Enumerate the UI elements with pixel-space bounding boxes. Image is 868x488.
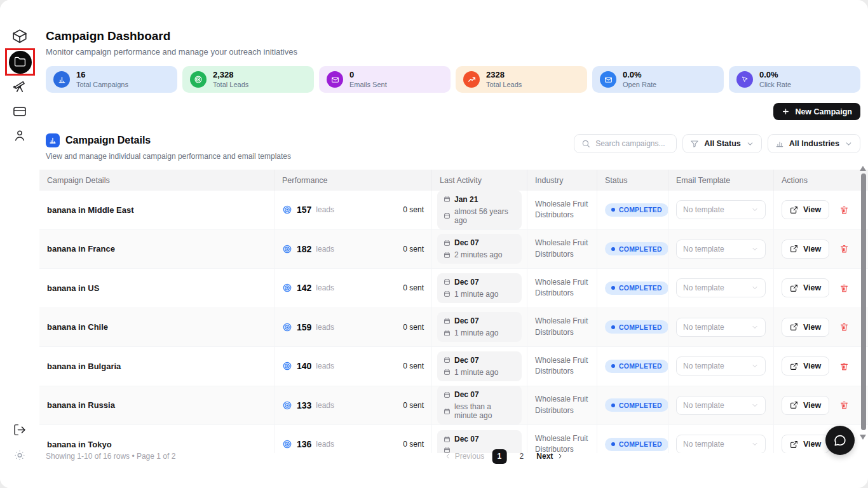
sidebar-item-profile[interactable]: [13, 128, 27, 142]
view-campaign-button[interactable]: View: [782, 278, 829, 297]
view-campaign-button[interactable]: View: [782, 240, 829, 259]
delete-campaign-button[interactable]: [839, 244, 849, 254]
section-title: Campaign Details: [65, 135, 151, 146]
leads-count: 182: [297, 244, 311, 254]
status-badge: COMPLETED: [605, 242, 668, 255]
stat-value: 0.0%: [759, 71, 791, 80]
table-row: banana in Russia 133 leads 0 sent Dec 07…: [39, 386, 868, 426]
industry-cell: Wholesale Fruit Distributors: [527, 347, 597, 386]
performance-cell: 133 leads 0 sent: [275, 386, 432, 425]
previous-page-button[interactable]: Previous: [444, 452, 485, 461]
external-link-icon: [790, 284, 798, 292]
email-template-select[interactable]: No template: [676, 396, 766, 415]
activity-date: Dec 07: [454, 316, 479, 325]
email-template-select[interactable]: No template: [676, 240, 766, 259]
scrollbar-down-arrow-icon[interactable]: [860, 435, 866, 440]
calendar-icon: [444, 318, 451, 325]
trash-icon: [839, 205, 849, 215]
calendar-icon: [444, 330, 451, 337]
status-dot-icon: [611, 247, 615, 251]
status-text: COMPLETED: [619, 206, 662, 214]
sent-count: 0 sent: [403, 283, 424, 292]
rows-summary: Showing 1-10 of 16 rows • Page 1 of 2: [46, 452, 175, 461]
scrollbar-up-arrow-icon[interactable]: [860, 166, 866, 171]
cube-logo-icon: [11, 28, 28, 44]
trending-up-icon: [463, 71, 480, 88]
view-campaign-button[interactable]: View: [782, 200, 829, 219]
status-text: COMPLETED: [619, 284, 662, 292]
page-2-button[interactable]: 2: [514, 449, 529, 464]
status-text: COMPLETED: [619, 245, 662, 253]
stat-card-total-leads: 2,328Total Leads: [182, 66, 314, 93]
activity-relative-time: 1 minute ago: [454, 290, 498, 299]
sent-count: 0 sent: [403, 245, 424, 254]
email-template-select[interactable]: No template: [676, 356, 766, 376]
stat-value: 0: [349, 71, 387, 80]
chevron-left-icon: [444, 452, 452, 460]
delete-campaign-button[interactable]: [839, 322, 849, 332]
status-text: COMPLETED: [619, 362, 662, 370]
status-dot-icon: [611, 403, 615, 407]
stat-card-emails-sent: 0Emails Sent: [319, 66, 451, 93]
table-header-row: Campaign Details Performance Last Activi…: [39, 170, 868, 191]
leads-label: leads: [316, 283, 334, 292]
target-icon: [282, 322, 292, 332]
delete-campaign-button[interactable]: [839, 400, 849, 410]
bar-chart-icon: [46, 133, 60, 147]
view-label: View: [803, 283, 821, 292]
actions-cell: View: [774, 347, 868, 386]
sent-count: 0 sent: [403, 205, 424, 214]
pagination: Previous 1 2 Next: [444, 449, 564, 464]
new-campaign-button[interactable]: New Campaign: [773, 103, 860, 120]
actions-cell: View: [774, 230, 868, 269]
email-template-select[interactable]: No template: [676, 318, 766, 337]
logout-button[interactable]: [13, 423, 27, 437]
main-content: Campaign Dashboard Monitor campaign perf…: [39, 0, 868, 488]
scrollbar-thumb[interactable]: [861, 173, 866, 430]
status-filter-dropdown[interactable]: All Status: [682, 134, 762, 153]
leads-label: leads: [316, 362, 334, 370]
actions-cell: View: [774, 308, 868, 347]
sidebar-item-campaigns-folder[interactable]: [9, 51, 32, 74]
filters: All Status All Industries: [574, 134, 860, 153]
theme-toggle-button[interactable]: [13, 449, 27, 462]
performance-cell: 140 leads 0 sent: [275, 347, 432, 386]
chat-widget-button[interactable]: [825, 426, 855, 455]
stat-label: Total Leads: [486, 81, 522, 89]
industry-label: Wholesale Fruit Distributors: [535, 277, 589, 299]
view-campaign-button[interactable]: View: [782, 356, 829, 376]
sidebar-item-telescope[interactable]: [13, 79, 27, 93]
column-header-status: Status: [597, 170, 668, 191]
stat-value: 2328: [486, 71, 522, 80]
view-campaign-button[interactable]: View: [782, 396, 829, 415]
target-icon: [282, 400, 292, 410]
status-cell: COMPLETED: [597, 269, 668, 308]
search-campaigns-input[interactable]: [595, 139, 669, 148]
industry-label: Wholesale Fruit Distributors: [535, 355, 589, 377]
target-icon: [282, 244, 292, 254]
email-template-select[interactable]: No template: [676, 200, 766, 219]
delete-campaign-button[interactable]: [839, 362, 849, 371]
next-page-button[interactable]: Next: [536, 452, 564, 461]
email-template-cell: No template: [668, 347, 774, 386]
page-1-button[interactable]: 1: [492, 449, 506, 464]
sidebar-item-billing[interactable]: [13, 104, 27, 119]
campaigns-table: Campaign Details Performance Last Activi…: [39, 170, 868, 453]
activity-date: Dec 07: [454, 278, 479, 287]
activity-date: Dec 07: [454, 238, 479, 247]
delete-campaign-button[interactable]: [839, 205, 849, 215]
column-header-campaign-details: Campaign Details: [39, 170, 275, 191]
view-campaign-button[interactable]: View: [782, 318, 829, 337]
delete-campaign-button[interactable]: [839, 283, 849, 293]
email-template-cell: No template: [668, 191, 774, 229]
campaign-name: banana in Bulgaria: [47, 362, 121, 371]
activity-relative-time: less than a minute ago: [454, 402, 515, 420]
email-template-select[interactable]: No template: [676, 278, 766, 297]
stat-card-click-rate: 0.0%Click Rate: [729, 66, 860, 93]
table-body: banana in Middle East 157 leads 0 sent J…: [39, 191, 868, 453]
external-link-icon: [790, 245, 798, 253]
industry-filter-dropdown[interactable]: All Industries: [768, 134, 860, 153]
stat-label: Total Campaigns: [76, 81, 128, 89]
status-badge: COMPLETED: [605, 398, 668, 412]
leads-count: 159: [297, 322, 311, 332]
